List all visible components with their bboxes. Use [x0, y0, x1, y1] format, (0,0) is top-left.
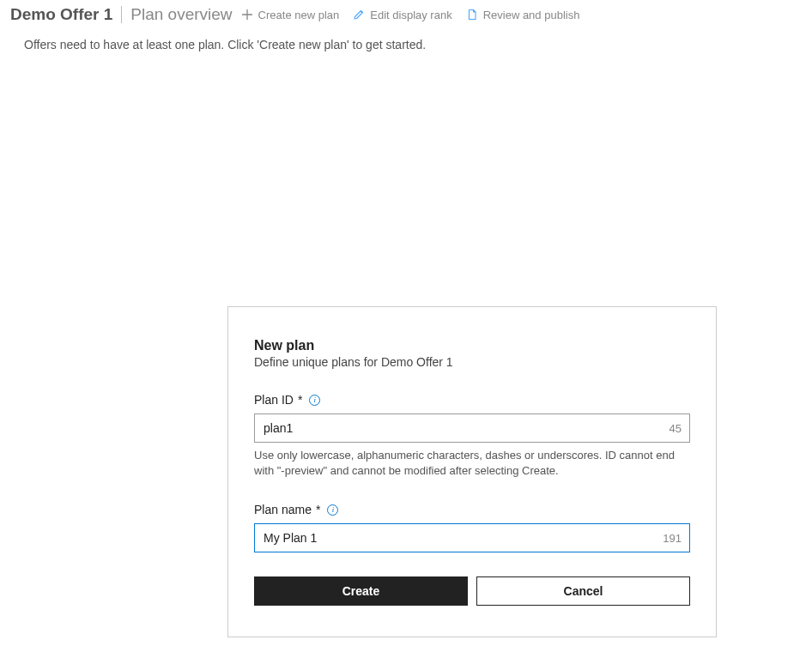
pencil-icon: [353, 9, 365, 21]
review-and-publish-button[interactable]: Review and publish: [466, 7, 580, 23]
plan-name-input-wrap: 191: [254, 523, 690, 552]
vertical-divider: [121, 6, 122, 23]
document-icon: [466, 9, 478, 21]
plan-id-char-count: 45: [670, 422, 682, 435]
required-mark: *: [316, 503, 320, 516]
new-plan-dialog: New plan Define unique plans for Demo Of…: [227, 306, 717, 637]
toolbar-label: Edit display rank: [370, 9, 451, 21]
cancel-button[interactable]: Cancel: [476, 576, 690, 606]
offer-name: Demo Offer 1: [10, 5, 112, 24]
plan-id-input-wrap: 45: [254, 413, 690, 443]
dialog-subtitle: Define unique plans for Demo Offer 1: [254, 355, 690, 369]
page-header: Demo Offer 1 Plan overview Create new pl…: [0, 0, 812, 26]
plan-id-field-group: Plan ID * i 45 Use only lowercase, alpha…: [254, 393, 690, 479]
toolbar-label: Review and publish: [483, 9, 580, 21]
info-icon[interactable]: i: [327, 504, 338, 516]
plus-icon: [241, 9, 253, 21]
info-icon[interactable]: i: [309, 395, 320, 406]
label-text: Plan name: [254, 503, 312, 516]
create-new-plan-button[interactable]: Create new plan: [241, 7, 340, 23]
page-title: Plan overview: [130, 5, 232, 24]
plan-name-label: Plan name * i: [254, 503, 690, 516]
plan-id-hint: Use only lowercase, alphanumeric charact…: [254, 448, 690, 479]
plan-name-char-count: 191: [663, 532, 682, 545]
plan-id-input[interactable]: [254, 413, 690, 443]
plan-id-label: Plan ID * i: [254, 393, 690, 407]
required-mark: *: [298, 393, 302, 407]
info-message: Offers need to have at least one plan. C…: [0, 26, 812, 51]
toolbar-label: Create new plan: [258, 9, 340, 21]
plan-name-field-group: Plan name * i 191: [254, 503, 690, 552]
label-text: Plan ID: [254, 393, 294, 407]
dialog-button-row: Create Cancel: [254, 576, 690, 606]
edit-display-rank-button[interactable]: Edit display rank: [353, 7, 451, 23]
dialog-title: New plan: [254, 338, 690, 353]
toolbar: Create new plan Edit display rank Review…: [241, 7, 580, 23]
plan-name-input[interactable]: [254, 523, 690, 552]
create-button[interactable]: Create: [254, 576, 468, 606]
